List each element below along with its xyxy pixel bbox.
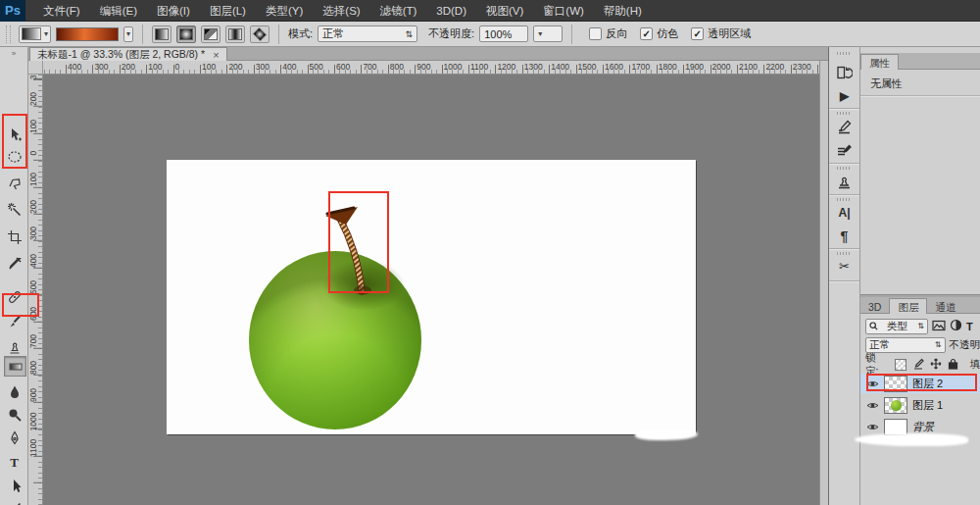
annotation-rect-stem (328, 191, 389, 293)
document-tab-strip: 未标题-1 @ 33.3% (图层 2, RGB/8) * × (28, 47, 828, 61)
top-ruler-label: 0 (175, 62, 180, 72)
crop-tool[interactable] (4, 227, 24, 246)
chevron-down-icon: ▾ (126, 29, 130, 39)
visibility-eye-icon[interactable] (866, 423, 879, 431)
layer-filter-select[interactable]: 类型 ⇅ (865, 319, 928, 334)
menu-item[interactable]: 编辑(E) (90, 5, 147, 17)
brush-presets-panel-icon[interactable] (832, 141, 857, 160)
gradient-type-linear-button[interactable] (152, 25, 172, 43)
menu-item[interactable]: 图像(I) (147, 5, 200, 17)
menu-item[interactable]: 选择(S) (313, 5, 369, 17)
gradient-type-radial-button[interactable] (176, 25, 196, 43)
menu-item[interactable]: 文件(F) (33, 5, 90, 17)
top-ruler-label: 1200 (497, 62, 515, 72)
eyedropper-tool[interactable] (4, 254, 24, 273)
opacity-select[interactable]: 100% (479, 25, 528, 42)
visibility-eye-icon[interactable] (866, 401, 879, 410)
magic-wand-tool[interactable] (4, 200, 24, 219)
reverse-checkbox[interactable]: 反向 (589, 26, 627, 41)
filter-type-icon[interactable]: T (966, 321, 973, 332)
gradient-type-angle-button[interactable] (201, 25, 220, 43)
dock-grip (837, 112, 852, 115)
top-ruler: 4003002001000100200300400500600700800900… (43, 61, 819, 75)
photoshop-logo: Ps (0, 0, 25, 22)
left-ruler-label: 100 (28, 168, 38, 191)
character-panel-icon[interactable]: A| (832, 203, 857, 222)
left-ruler-label: 100 (28, 115, 38, 138)
tool-extras-panel-icon[interactable]: ✂ (832, 257, 857, 276)
mode-select[interactable]: 正常 ⇅ (318, 25, 417, 42)
line-tool[interactable] (4, 499, 24, 505)
lock-paint-icon[interactable] (912, 358, 924, 372)
brush-panel-icon[interactable] (832, 118, 857, 136)
menu-item[interactable]: 帮助(H) (594, 5, 652, 17)
pen-tool[interactable] (4, 429, 24, 447)
mode-label: 模式: (288, 26, 313, 41)
dither-checkbox[interactable]: ✓ 仿色 (640, 26, 678, 41)
menu-item[interactable]: 滤镜(T) (370, 5, 427, 17)
top-ruler-label: 1900 (685, 62, 704, 72)
dock-grip (837, 252, 852, 255)
filter-adjustment-icon[interactable] (950, 319, 962, 333)
lock-transparency-icon[interactable] (895, 359, 906, 371)
filter-pixel-icon[interactable] (932, 320, 946, 333)
gradient-type-reflected-button[interactable] (225, 25, 245, 43)
canvas[interactable] (167, 160, 696, 434)
tool-preset-picker[interactable]: ▾ (19, 25, 51, 43)
gradient-tool[interactable] (4, 356, 26, 377)
left-ruler-label: 1000 (28, 410, 38, 433)
lock-move-icon[interactable] (930, 358, 942, 372)
tab-3d[interactable]: 3D (860, 299, 889, 315)
left-ruler-label: 200 (28, 87, 38, 111)
top-ruler-label: 1000 (444, 62, 463, 72)
top-ruler-label: 600 (336, 62, 350, 72)
layer-row-layer1[interactable]: 图层 1 (860, 395, 980, 415)
gradient-picker-arrow[interactable]: ▾ (123, 26, 133, 42)
options-bar: ▾ ▾ 模式: 正常 ⇅ 不透明度: 100% ▾ 反向 ✓ 仿 (0, 22, 980, 47)
menu-item[interactable]: 窗口(W) (533, 5, 594, 17)
tool-preset-gradient-icon (22, 27, 41, 40)
layer-thumbnail[interactable] (884, 397, 907, 414)
opacity-dropdown-arrow[interactable]: ▾ (533, 25, 563, 42)
menu-item[interactable]: 视图(V) (476, 5, 533, 17)
menu-item[interactable]: 类型(Y) (256, 5, 313, 17)
top-ruler-label: 200 (228, 62, 242, 72)
opacity-value: 100% (484, 28, 512, 40)
path-select-tool[interactable] (4, 477, 24, 495)
layers-filter-row: 类型 ⇅ T (860, 318, 980, 334)
polygonal-lasso-tool[interactable] (4, 175, 24, 193)
dodge-tool[interactable] (4, 405, 24, 424)
transparency-checkbox[interactable]: ✓ 透明区域 (691, 26, 751, 41)
menu-item[interactable]: 3D(D) (426, 5, 476, 17)
left-ruler-label: 1100 (28, 436, 38, 460)
apple-artwork (167, 160, 696, 434)
close-icon[interactable]: × (213, 50, 219, 60)
photoshop-window: Ps 文件(F)编辑(E)图像(I)图层(L)类型(Y)选择(S)滤镜(T)3D… (0, 0, 980, 505)
vertical-scrollbar[interactable] (819, 61, 828, 505)
gradient-preview[interactable] (56, 27, 119, 41)
history-panel-icon[interactable] (832, 63, 857, 81)
layers-tab-bar: 3D图层通道 (860, 297, 980, 314)
clone-stamp-tool[interactable] (4, 337, 24, 356)
tab-properties[interactable]: 属性 (860, 54, 899, 70)
type-tool[interactable]: T (4, 453, 24, 472)
toolbar-collapse-header[interactable]: » (0, 47, 28, 61)
blur-tool[interactable] (4, 382, 24, 401)
layer-thumbnail[interactable] (884, 419, 907, 435)
actions-panel-icon[interactable]: ▶ (832, 86, 857, 105)
clone-source-panel-icon[interactable] (832, 173, 857, 191)
menu-item[interactable]: 图层(L) (200, 5, 256, 17)
layer-name: 图层 1 (912, 398, 943, 413)
paragraph-panel-icon[interactable]: ¶ (832, 227, 857, 245)
gradient-type-diamond-button[interactable] (250, 25, 270, 43)
lock-all-icon[interactable] (948, 358, 958, 372)
left-ruler-label: 300 (28, 222, 38, 245)
updown-icon: ⇅ (406, 29, 414, 39)
document-tab[interactable]: 未标题-1 @ 33.3% (图层 2, RGB/8) * × (29, 47, 227, 61)
ruler-corner (28, 61, 43, 75)
chevron-down-icon: ▾ (44, 29, 48, 39)
top-ruler-label: 500 (310, 62, 323, 72)
tab-layers[interactable]: 图层 (889, 298, 927, 314)
tab-channels[interactable]: 通道 (927, 299, 963, 315)
options-grip (6, 25, 11, 43)
